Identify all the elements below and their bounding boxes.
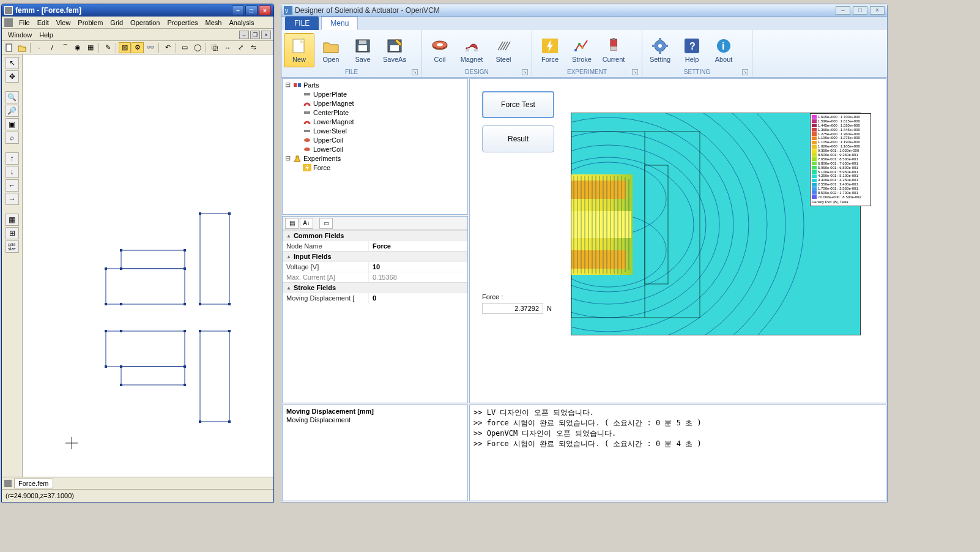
stb-zoomout-icon[interactable]: 🔎 [6,105,19,117]
tb-move-icon[interactable]: ↔ [221,42,234,53]
stb-gridsize-icon[interactable]: gridsize [6,241,19,253]
force-test-button[interactable]: Force Test [482,91,554,118]
ribbon-about-button[interactable]: i About [708,33,739,67]
props-alpha-icon[interactable]: A↓ [300,218,313,229]
ribbon-saveas-button[interactable]: SaveAs [379,33,410,67]
menu-problem[interactable]: Problem [74,18,106,28]
ribbon-magnet-button[interactable]: Magnet [456,33,487,67]
tb-copy-icon[interactable]: ⿻ [209,42,221,53]
collapse-icon[interactable]: ⊟ [284,154,291,162]
tb-mirror-icon[interactable]: ⇋ [247,42,259,53]
launcher-icon[interactable]: ↘ [742,69,748,75]
props-cat-input[interactable]: ▲Input Fields [283,251,467,261]
stb-pan-icon[interactable]: ✥ [6,70,19,83]
tb-edit-icon[interactable]: ✎ [102,42,114,53]
collapse-icon[interactable]: ⊟ [284,81,291,89]
tb-arc-icon[interactable]: ⌒ [59,42,71,53]
tb-region-icon[interactable]: ▦ [84,42,97,53]
stb-zoomin-icon[interactable]: 🔍 [6,91,19,103]
stb-cursor-icon[interactable]: ↖ [6,57,19,69]
result-button[interactable]: Result [482,125,554,152]
stb-up-icon[interactable]: ↑ [6,152,19,165]
menu-help[interactable]: Help [35,30,57,40]
ribbon-force-button[interactable]: Force [535,33,565,67]
tree-item-lowercoil[interactable]: LowerCoil [284,144,466,154]
tree-item-centerplate[interactable]: CenterPlate [284,108,466,117]
menu-operation[interactable]: Operation [127,18,163,28]
mdi-minimize-button[interactable]: – [239,31,249,39]
tb-analyze-icon[interactable]: ⚙ [132,42,144,53]
tb-line-icon[interactable]: / [46,42,58,53]
tb-open-icon[interactable] [16,42,28,53]
ribbon-stroke-button[interactable]: Stroke [566,33,597,67]
tb-select-rect-icon[interactable]: ▭ [179,42,191,53]
launcher-icon[interactable]: ↘ [412,69,418,75]
tb-select-circ-icon[interactable]: ◯ [191,42,204,53]
stb-grid-icon[interactable]: ▦ [6,214,19,226]
ovcm-close-button[interactable]: × [870,6,885,15]
stb-zoomfit-icon[interactable]: ▣ [6,118,19,130]
tb-point-icon[interactable]: · [33,42,45,53]
ovcm-titlebar[interactable]: v Designer of Solenoid & Actuator - Open… [281,4,887,17]
menu-mesh[interactable]: Mesh [202,18,226,28]
tb-label-icon[interactable]: ◉ [72,42,84,53]
ribbon-help-button[interactable]: ? Help [677,33,707,67]
stb-zoomwin-icon[interactable]: ⌕ [6,132,19,144]
props-grid[interactable]: ▲Common Fields Node NameForce ▲Input Fie… [283,230,467,403]
femm-close-button[interactable]: × [259,6,271,15]
props-row-voltage[interactable]: Voltage [V]10 [283,261,467,272]
ovcm-log-panel[interactable]: >> LV 디자인이 오픈 되었습니다.>> force 시험이 완료 되었습니… [469,405,886,501]
props-row-movingdisp[interactable]: Moving Displacement [0 [283,293,467,303]
ribbon-coil-button[interactable]: Coil [425,33,455,67]
menu-analysis[interactable]: Analysis [225,18,258,28]
tree-item-uppermagnet[interactable]: UpperMagnet [284,99,466,108]
femm-canvas[interactable] [23,54,273,477]
ribbon-new-button[interactable]: New [284,33,314,67]
ribbon-steel-button[interactable]: Steel [488,33,519,67]
mdi-restore-button[interactable]: ❐ [250,31,260,39]
tb-scale-icon[interactable]: ⤢ [234,42,247,53]
tree-experiments[interactable]: ⊟ Experiments [284,154,466,163]
props-cat-common[interactable]: ▲Common Fields [283,230,467,241]
launcher-icon[interactable]: ↘ [632,69,638,75]
femm-titlebar[interactable]: femm - [Force.fem] – □ × [2,4,273,17]
menu-file[interactable]: File [15,18,34,28]
femm-minimize-button[interactable]: – [232,6,244,15]
mdi-close-button[interactable]: × [261,31,271,39]
menu-properties[interactable]: Properties [163,18,201,28]
stb-right-icon[interactable]: → [6,193,19,205]
stb-snap-icon[interactable]: ⊞ [6,227,19,239]
tb-undo-icon[interactable]: ↶ [161,42,174,53]
tb-mesh-icon[interactable]: ▨ [119,42,131,53]
launcher-icon[interactable]: ↘ [522,69,528,75]
tree-item-force[interactable]: Force [284,163,466,172]
ovcm-maximize-button[interactable]: □ [853,6,867,15]
ribbon-current-button[interactable]: Current [598,33,629,67]
menu-edit[interactable]: Edit [34,18,53,28]
menu-window[interactable]: Window [4,30,35,40]
ribbon-save-button[interactable]: Save [347,33,378,67]
ribbon-open-button[interactable]: Open [316,33,346,67]
ribbon-tab-file[interactable]: FILE [285,17,319,30]
tree-parts[interactable]: ⊟ Parts [284,80,466,89]
tree-item-lowersteel[interactable]: LowerSteel [284,126,466,135]
stb-down-icon[interactable]: ↓ [6,166,19,178]
ribbon-setting-button[interactable]: Setting [645,33,675,67]
menu-grid[interactable]: Grid [106,18,127,28]
ovcm-minimize-button[interactable]: – [836,6,850,15]
menu-view[interactable]: View [53,18,75,28]
ribbon-tab-menu[interactable]: Menu [321,17,358,30]
tree-item-lowermagnet[interactable]: LowerMagnet [284,117,466,126]
tb-results-icon[interactable]: 👓 [144,42,157,53]
stb-left-icon[interactable]: ← [6,179,19,192]
props-categorized-icon[interactable]: ▤ [285,218,299,229]
props-row-nodename[interactable]: Node NameForce [283,241,467,251]
tree-item-upperplate[interactable]: UpperPlate [284,89,466,99]
tb-new-icon[interactable] [3,42,15,53]
props-pages-icon[interactable]: ▭ [319,218,333,229]
ovcm-tree[interactable]: ⊟ Parts UpperPlate UpperMagnet CenterPla… [282,78,468,215]
props-cat-stroke[interactable]: ▲Stroke Fields [283,282,467,293]
tree-item-uppercoil[interactable]: UpperCoil [284,135,466,144]
femm-tab-force[interactable]: Force.fem [14,479,53,488]
femm-maximize-button[interactable]: □ [245,6,258,15]
